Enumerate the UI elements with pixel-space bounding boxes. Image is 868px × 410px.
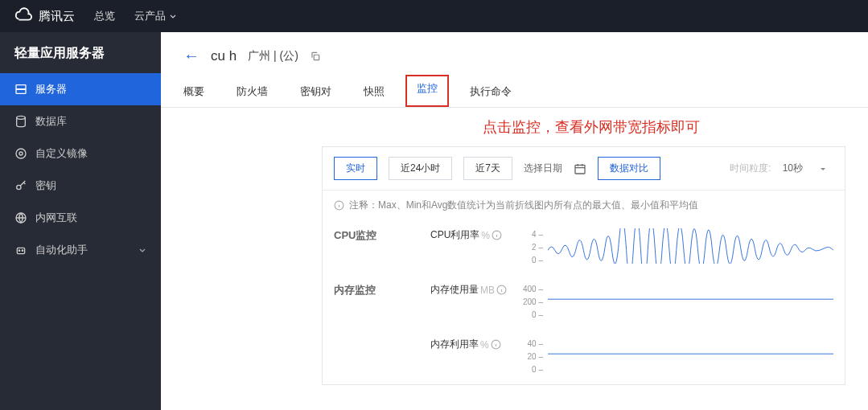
server-icon [14, 83, 27, 96]
sidebar-title: 轻量应用服务器 [0, 32, 161, 73]
date-pick-label: 选择日期 [524, 162, 562, 175]
sidebar-item-label: 密钥 [35, 178, 56, 193]
row-mem-use: 内存监控 内存使用量MB 400 –200 –0 – [323, 275, 845, 330]
tab-exec-cmd[interactable]: 执行命令 [470, 76, 512, 107]
data-compare-button[interactable]: 数据对比 [598, 157, 660, 180]
section-cpu-title: CPU监控 [334, 228, 430, 243]
svg-point-3 [16, 149, 26, 158]
calendar-icon[interactable] [574, 162, 586, 175]
metric-mem-use: 内存使用量MB [430, 283, 519, 297]
monitor-panel: 实时 近24小时 近7天 选择日期 数据对比 时间粒度: 10秒 注释：Max、… [322, 146, 845, 385]
stats-note-text: 注释：Max、Min和Avg数值统计为当前折线图内所有点的最大值、最小值和平均值 [349, 199, 698, 212]
svg-point-9 [22, 250, 23, 251]
tab-bar: 概要 防火墙 密钥对 快照 监控 执行命令 [161, 76, 868, 108]
time-7d-button[interactable]: 近7天 [463, 157, 512, 180]
yaxis-mem-rate: 40 –20 –0 – [519, 338, 548, 376]
sidebar-item-intranet[interactable]: 内网互联 [0, 202, 161, 234]
instance-name: cu h [211, 48, 237, 64]
stats-note: 注释：Max、Min和Avg数值统计为当前折线图内所有点的最大值、最小值和平均值 [323, 191, 845, 220]
sidebar: 轻量应用服务器 服务器 数据库 自定义镜像 密钥 内网互联 自动化助手 [0, 32, 161, 410]
main-content: ← cu h 广州 | (公) 概要 防火墙 密钥对 快照 监控 执行命令 点击… [161, 32, 868, 410]
sidebar-item-label: 自定义镜像 [35, 146, 88, 161]
section-mem-title: 内存监控 [334, 283, 430, 297]
sidebar-item-database[interactable]: 数据库 [0, 105, 161, 137]
svg-point-8 [19, 250, 19, 251]
svg-point-5 [17, 185, 21, 189]
svg-rect-0 [16, 85, 26, 89]
granularity-select[interactable]: 10秒 [783, 162, 827, 175]
nav-overview[interactable]: 总览 [94, 9, 115, 23]
nav-products-label: 云产品 [134, 9, 166, 23]
chart-cpu-util [548, 228, 833, 264]
breadcrumb: ← cu h 广州 | (公) [161, 32, 868, 76]
yaxis-mem-use: 400 –200 –0 – [519, 283, 548, 322]
chevron-down-icon [138, 246, 146, 254]
sidebar-item-key[interactable]: 密钥 [0, 170, 161, 202]
sidebar-item-label: 数据库 [35, 114, 67, 129]
tab-monitor[interactable]: 监控 [405, 75, 449, 107]
chevron-down-icon [169, 12, 177, 20]
svg-point-2 [17, 116, 26, 119]
svg-rect-1 [16, 89, 26, 93]
instance-region: 广州 | (公) [248, 49, 298, 64]
top-navbar: 腾讯云 总览 云产品 [0, 0, 868, 32]
sidebar-item-label: 服务器 [35, 82, 67, 96]
info-icon[interactable] [492, 230, 502, 240]
metric-mem-rate: 内存利用率% [430, 338, 519, 351]
back-arrow-icon[interactable]: ← [183, 47, 200, 65]
chart-mem-use [548, 283, 833, 318]
cloud-logo-icon [14, 7, 32, 25]
key-icon [14, 179, 27, 192]
sidebar-item-automation[interactable]: 自动化助手 [0, 234, 161, 266]
sidebar-item-image[interactable]: 自定义镜像 [0, 137, 161, 170]
svg-point-4 [19, 152, 23, 155]
tab-snapshot[interactable]: 快照 [364, 76, 385, 107]
yaxis-cpu: 4 –2 –0 – [519, 228, 548, 267]
row-mem-rate: 内存利用率% 40 –20 –0 – [323, 330, 845, 384]
brand-name: 腾讯云 [39, 9, 75, 24]
copy-icon[interactable] [310, 51, 321, 62]
tab-firewall[interactable]: 防火墙 [237, 76, 268, 107]
time-realtime-button[interactable]: 实时 [334, 157, 377, 180]
nav-products[interactable]: 云产品 [134, 9, 177, 23]
network-icon [14, 211, 27, 224]
time-24h-button[interactable]: 近24小时 [389, 157, 452, 180]
chart-mem-rate [548, 338, 833, 373]
info-icon[interactable] [496, 285, 507, 295]
sidebar-item-label: 内网互联 [35, 211, 77, 225]
svg-rect-11 [575, 165, 585, 174]
sidebar-item-label: 自动化助手 [35, 243, 88, 257]
tab-overview[interactable]: 概要 [183, 76, 204, 107]
info-icon [334, 200, 344, 211]
caret-down-icon [819, 165, 827, 173]
metric-cpu-util: CPU利用率% [430, 228, 519, 242]
robot-icon [14, 244, 27, 256]
time-toolbar: 实时 近24小时 近7天 选择日期 数据对比 时间粒度: 10秒 [323, 147, 845, 191]
info-icon[interactable] [491, 339, 501, 350]
row-cpu: CPU监控 CPU利用率% 4 –2 –0 – [323, 220, 845, 275]
database-icon [14, 115, 27, 128]
annotation-hint: 点击监控，查看外网带宽指标即可 [483, 117, 868, 137]
disc-icon [14, 147, 27, 160]
sidebar-item-server[interactable]: 服务器 [0, 73, 161, 105]
tab-keypair[interactable]: 密钥对 [300, 76, 331, 107]
svg-rect-10 [314, 55, 319, 59]
granularity-value: 10秒 [783, 162, 803, 175]
granularity-label: 时间粒度: [730, 162, 771, 175]
